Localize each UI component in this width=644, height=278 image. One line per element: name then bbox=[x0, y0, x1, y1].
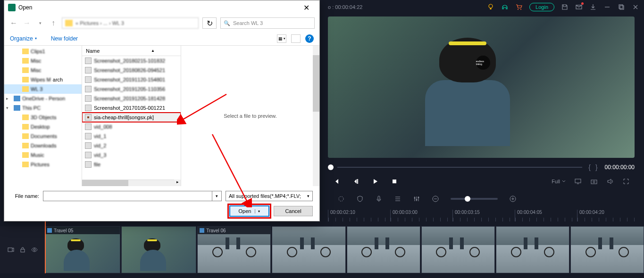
file-item[interactable]: Screenshot_20170105-001221 bbox=[82, 103, 181, 113]
timeline-clip[interactable]: Travel 06 bbox=[197, 226, 271, 273]
tree-item[interactable]: Misc bbox=[4, 56, 82, 65]
play-button[interactable] bbox=[371, 178, 379, 185]
idea-icon[interactable] bbox=[487, 3, 494, 11]
column-header-name[interactable]: Name ▲ bbox=[82, 46, 181, 56]
view-mode-button[interactable]: ▦▾ bbox=[277, 34, 286, 43]
timeline-clip[interactable] bbox=[272, 226, 345, 273]
close-app-icon[interactable] bbox=[632, 3, 639, 11]
zoom-slider[interactable] bbox=[451, 198, 498, 200]
svg-rect-19 bbox=[8, 248, 12, 252]
minimize-icon[interactable] bbox=[603, 3, 611, 11]
folder-tree[interactable]: Clips1MiscMiscWipes MarchWL 3▸OneDrive -… bbox=[4, 46, 82, 186]
tree-item[interactable]: Downloads bbox=[4, 141, 82, 150]
timeline-clips[interactable]: Travel 05Travel 06 bbox=[45, 226, 644, 273]
refresh-button[interactable]: ↻ bbox=[202, 17, 217, 29]
svg-rect-13 bbox=[378, 196, 380, 200]
timeline-clip[interactable] bbox=[121, 226, 197, 273]
tree-item[interactable]: ▸OneDrive - Person bbox=[4, 94, 82, 103]
organize-menu[interactable]: Organize ▾ bbox=[10, 35, 37, 42]
dialog-titlebar[interactable]: Open ✕ bbox=[4, 0, 319, 15]
mark-out[interactable]: } bbox=[595, 164, 598, 171]
tree-item[interactable]: Desktop bbox=[4, 122, 82, 131]
zoom-handle[interactable] bbox=[465, 196, 470, 202]
file-item[interactable]: vid_008 bbox=[82, 122, 181, 131]
preview-scrubber[interactable]: { } 00:00:00:00 bbox=[328, 163, 635, 172]
filetype-filter[interactable]: All supported files(*.MP4;*.FLV; ▾ bbox=[226, 191, 313, 201]
fullscreen-icon[interactable] bbox=[622, 178, 630, 185]
timeline-clip[interactable] bbox=[347, 226, 420, 273]
tree-item[interactable]: WL 3 bbox=[4, 84, 82, 94]
file-item[interactable]: Screenshot_20191205-181428 bbox=[82, 94, 181, 103]
download-icon[interactable] bbox=[589, 3, 597, 11]
new-folder-button[interactable]: New folder bbox=[51, 35, 78, 42]
zoom-out-icon[interactable] bbox=[432, 195, 439, 203]
headset-icon[interactable] bbox=[501, 3, 509, 11]
nav-back-button[interactable]: ← bbox=[9, 18, 18, 28]
file-item[interactable]: Screenshot_20191120-154801 bbox=[82, 75, 181, 84]
stop-button[interactable] bbox=[391, 178, 398, 185]
file-item[interactable]: vid_1 bbox=[82, 131, 181, 141]
volume-icon[interactable] bbox=[606, 178, 614, 185]
list-icon[interactable] bbox=[394, 195, 401, 203]
scrubber-track[interactable] bbox=[337, 167, 582, 168]
timeline-clip[interactable] bbox=[421, 226, 495, 273]
mark-in[interactable]: { bbox=[588, 164, 591, 171]
file-item[interactable]: Screenshot_20180215-101832 bbox=[82, 56, 181, 65]
file-item[interactable]: file bbox=[82, 160, 181, 169]
timeline-clip[interactable] bbox=[496, 226, 569, 273]
tree-item[interactable]: Music bbox=[4, 150, 82, 160]
vertical-scrollbar[interactable] bbox=[313, 46, 319, 186]
file-list[interactable]: Name ▲ Screenshot_20180215-101832Screens… bbox=[82, 46, 181, 186]
tree-item[interactable]: Wipes March bbox=[4, 75, 82, 84]
tree-item[interactable]: Pictures bbox=[4, 160, 82, 169]
mic-icon[interactable] bbox=[375, 195, 383, 203]
maximize-icon[interactable] bbox=[618, 3, 625, 11]
file-item[interactable]: Screenshot_20180826-094521 bbox=[82, 65, 181, 75]
scrubber-handle[interactable] bbox=[328, 164, 334, 170]
monitor-icon[interactable] bbox=[574, 178, 582, 185]
help-button[interactable]: ? bbox=[305, 34, 314, 43]
cart-icon[interactable] bbox=[515, 3, 523, 11]
timeline-clip[interactable] bbox=[570, 226, 644, 273]
login-button[interactable]: Login bbox=[529, 3, 554, 11]
file-item[interactable]: vid_3 bbox=[82, 150, 181, 160]
save-icon[interactable] bbox=[561, 3, 569, 11]
cancel-button[interactable]: Cancel bbox=[274, 206, 313, 216]
nav-up-button[interactable]: ↑ bbox=[49, 18, 58, 28]
step-back-button[interactable] bbox=[352, 178, 360, 185]
video-track-icon[interactable] bbox=[8, 246, 14, 253]
file-item[interactable]: sia-cheap-thrill[songsx.pk] bbox=[82, 113, 181, 122]
tree-item[interactable]: Misc bbox=[4, 65, 82, 75]
svg-rect-1 bbox=[490, 8, 492, 9]
filename-input[interactable] bbox=[43, 191, 212, 201]
file-item[interactable]: vid_2 bbox=[82, 141, 181, 150]
tree-item[interactable]: Clips1 bbox=[4, 47, 82, 56]
open-button[interactable]: Open ▾ bbox=[230, 206, 269, 216]
prev-frame-button[interactable] bbox=[333, 178, 340, 185]
lock-track-icon[interactable] bbox=[19, 246, 26, 253]
snapshot-icon[interactable] bbox=[590, 178, 598, 185]
tree-item[interactable]: ▾This PC bbox=[4, 103, 82, 113]
nav-recent-button[interactable]: ▾ bbox=[35, 18, 45, 28]
zoom-in-icon[interactable] bbox=[509, 195, 517, 203]
timeline-clip[interactable]: Travel 05 bbox=[45, 226, 120, 273]
timeline-ruler[interactable]: 00:00:02:10 00:00:03:00 00:00:03:15 00:0… bbox=[328, 210, 639, 221]
address-bar[interactable]: « Pictures › ... › WL 3 bbox=[62, 17, 199, 29]
search-input[interactable]: 🔍 Search WL 3 bbox=[220, 17, 315, 29]
file-item[interactable]: Screenshot_20191205-110356 bbox=[82, 84, 181, 94]
quality-dropdown[interactable]: Full bbox=[552, 179, 566, 184]
dialog-close-button[interactable]: ✕ bbox=[297, 3, 316, 12]
visibility-icon[interactable] bbox=[31, 246, 38, 253]
ruler-mark: 00:00:04:20 bbox=[577, 210, 639, 221]
mixer-icon[interactable] bbox=[413, 195, 420, 203]
target-icon[interactable] bbox=[337, 195, 345, 203]
shield-icon[interactable] bbox=[356, 195, 364, 203]
horizontal-scrollbar[interactable] bbox=[82, 180, 174, 186]
ruler-mark: 00:00:03:00 bbox=[390, 210, 452, 221]
mail-icon[interactable] bbox=[575, 3, 583, 11]
tree-item[interactable]: Documents bbox=[4, 131, 82, 141]
filename-dropdown[interactable]: ▾ bbox=[212, 191, 222, 201]
nav-forward-button[interactable]: → bbox=[22, 18, 32, 28]
preview-pane-button[interactable] bbox=[291, 34, 301, 43]
tree-item[interactable]: 3D Objects bbox=[4, 113, 82, 122]
